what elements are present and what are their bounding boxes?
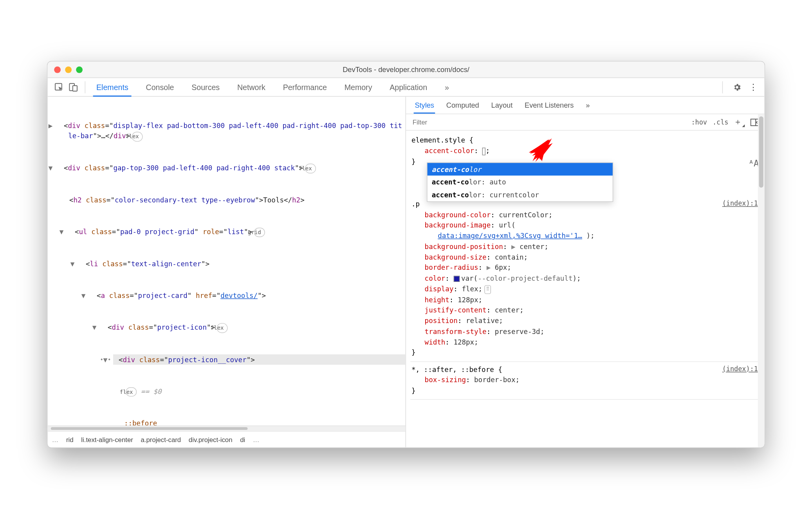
dom-tree[interactable]: ▶<div class="display-flex pad-bottom-300…	[47, 97, 405, 426]
selector-truncated: .p	[411, 200, 420, 208]
selector-element-style: element.style {	[411, 135, 759, 146]
tab-application[interactable]: Application	[381, 78, 436, 96]
crumb-item[interactable]: li.text-align-center	[81, 436, 133, 444]
layout-pill-flex[interactable]: flex	[126, 387, 137, 397]
h2-text: Tools	[263, 196, 284, 204]
svg-rect-2	[73, 85, 77, 91]
rule-source-link[interactable]: (index):1	[722, 364, 758, 374]
brace-close: }	[411, 385, 759, 396]
svg-rect-3	[751, 119, 759, 126]
layout-pill-grid[interactable]: grid	[254, 227, 265, 237]
more-menu-icon[interactable]: ⋮	[749, 82, 758, 92]
console-selected-marker: == $0	[137, 387, 162, 395]
toolbar-left-icons	[47, 82, 85, 92]
style-rules[interactable]: ᴬA element.style { accent-color: ; } acc…	[406, 131, 765, 448]
layout-pill-flex[interactable]: flex	[217, 323, 228, 333]
vertical-scrollbar[interactable]	[758, 114, 765, 448]
tab-elements[interactable]: Elements	[88, 78, 137, 96]
subtab-computed[interactable]: Computed	[445, 98, 480, 113]
crumb-item[interactable]: di	[240, 436, 245, 444]
autocomplete-item[interactable]: accent-color: currentcolor	[428, 189, 613, 202]
styles-filter-bar: :hov .cls ＋◢	[406, 114, 765, 131]
titlebar: DevTools - developer.chrome.com/docs/	[47, 61, 764, 78]
hov-toggle[interactable]: :hov	[691, 118, 707, 126]
autocomplete-item[interactable]: accent-color: auto	[428, 176, 613, 189]
color-swatch-icon[interactable]	[453, 276, 459, 282]
subtab-layout[interactable]: Layout	[490, 98, 514, 113]
styles-filter-input[interactable]	[411, 118, 686, 126]
crumb-item[interactable]: a.project-card	[141, 436, 181, 444]
tab-memory[interactable]: Memory	[336, 78, 381, 96]
inspect-icon[interactable]	[54, 82, 64, 92]
crumb-item[interactable]: rid	[66, 436, 74, 444]
rule-universal[interactable]: (index):1 *, ::after, ::before { box-siz…	[410, 362, 760, 400]
devtools-window: DevTools - developer.chrome.com/docs/ El…	[47, 61, 765, 448]
horizontal-scrollbar[interactable]	[47, 426, 405, 431]
tab-network[interactable]: Network	[229, 78, 274, 96]
svg-rect-0	[55, 83, 62, 90]
settings-gear-icon[interactable]	[733, 83, 741, 91]
pointer-arrow-icon	[525, 137, 553, 164]
selected-dom-node[interactable]: ▼<div class="project-icon__cover">	[113, 354, 405, 365]
main-panes: ▶<div class="display-flex pad-bottom-300…	[47, 97, 764, 448]
subtab-event-listeners[interactable]: Event Listeners	[523, 98, 575, 113]
dom-href-link[interactable]: devtools/	[221, 291, 258, 300]
subtab-more[interactable]: »	[585, 98, 591, 113]
rule-source-link[interactable]: (index):1	[722, 199, 758, 209]
layout-pill-flex[interactable]: flex	[305, 164, 316, 173]
window-title: DevTools - developer.chrome.com/docs/	[47, 65, 764, 74]
close-window-button[interactable]	[54, 66, 61, 73]
crumb-ellipsis[interactable]: …	[52, 436, 59, 444]
flex-editor-icon[interactable]: ⦙⦙	[485, 285, 491, 294]
autocomplete-dropdown[interactable]: accent-color accent-color: auto accent-c…	[427, 162, 613, 202]
zoom-window-button[interactable]	[76, 66, 83, 73]
tab-sources[interactable]: Sources	[183, 78, 229, 96]
crumb-ellipsis[interactable]: …	[253, 436, 260, 444]
new-rule-button[interactable]: ＋◢	[734, 117, 745, 128]
bg-image-url-link[interactable]: data:image/svg+xml,%3Csvg width='1…	[438, 232, 582, 240]
pseudo-before[interactable]: ::before	[124, 419, 157, 426]
devtools-tabs: Elements Console Sources Network Perform…	[47, 78, 764, 97]
tab-performance[interactable]: Performance	[274, 78, 336, 96]
subtab-styles[interactable]: Styles	[414, 97, 435, 114]
editing-value: ;	[486, 147, 490, 155]
rule-project-icon-cover[interactable]: (index):1 .p background-color: currentCo…	[410, 197, 760, 362]
crumb-item[interactable]: div.project-icon	[189, 436, 233, 444]
editing-property[interactable]: accent-color	[425, 147, 474, 155]
device-toggle-icon[interactable]	[69, 82, 78, 92]
rule-element-style[interactable]: element.style { accent-color: ; } accent…	[410, 133, 760, 170]
breadcrumb[interactable]: … rid li.text-align-center a.project-car…	[47, 431, 405, 448]
tab-console[interactable]: Console	[137, 78, 183, 96]
minimize-window-button[interactable]	[65, 66, 72, 73]
elements-panel: ▶<div class="display-flex pad-bottom-300…	[47, 97, 406, 448]
layout-pill-flex[interactable]: flex	[132, 132, 143, 142]
cls-toggle[interactable]: .cls	[713, 118, 728, 126]
styles-subtabs: Styles Computed Layout Event Listeners »	[406, 97, 765, 114]
brace-close: }	[411, 347, 759, 358]
styles-panel: Styles Computed Layout Event Listeners »…	[406, 97, 765, 448]
traffic-lights	[54, 66, 83, 73]
tab-more[interactable]: »	[436, 78, 458, 96]
autocomplete-item[interactable]: accent-color	[428, 163, 613, 176]
selector-universal: *, ::after, ::before {	[411, 364, 759, 375]
